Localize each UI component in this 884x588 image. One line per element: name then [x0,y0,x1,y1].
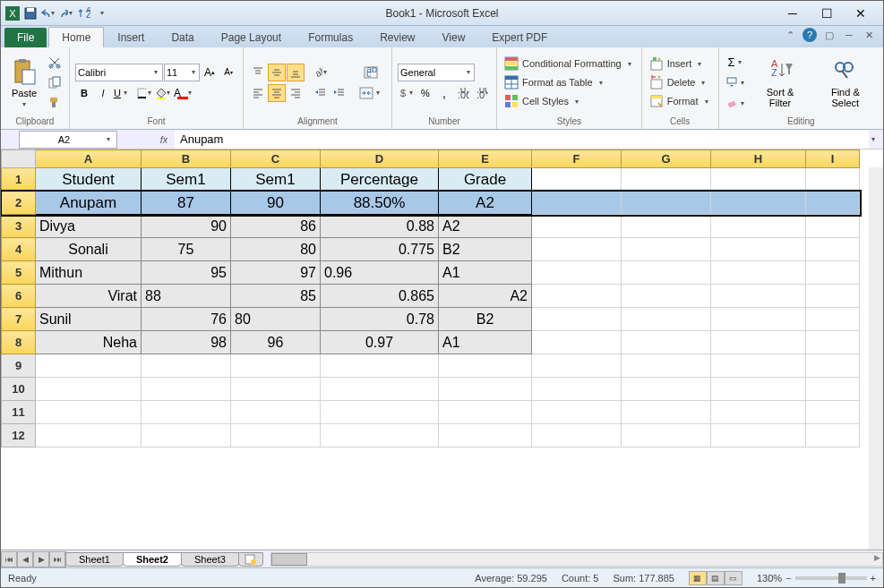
row-header[interactable]: 12 [2,424,36,447]
data-cell[interactable]: A2 [439,215,532,238]
qat-customize-icon[interactable]: ▾ [94,5,110,21]
cell-styles-button[interactable]: Cell Styles▾ [502,93,636,109]
table-header-cell[interactable]: Grade [439,168,532,192]
sort-asc-icon[interactable]: AZ [76,5,92,21]
insert-cells-button[interactable]: Insert▾ [648,55,713,72]
cell[interactable] [622,308,711,331]
column-header[interactable]: A [36,150,142,168]
column-header[interactable]: C [231,150,321,168]
selected-cell[interactable]: 88.50% [321,192,439,215]
data-cell[interactable]: A1 [439,331,532,354]
formula-input[interactable] [175,131,869,149]
column-header[interactable]: D [321,150,439,168]
align-left-icon[interactable] [249,84,267,102]
data-cell[interactable]: B2 [439,238,532,261]
file-tab[interactable]: File [4,28,47,47]
conditional-formatting-button[interactable]: Conditional Formatting▾ [502,55,636,72]
align-middle-icon[interactable] [268,64,286,81]
table-header-cell[interactable]: Sem1 [142,168,231,192]
workbook-minimize-icon[interactable]: ─ [842,28,856,42]
cell[interactable] [711,192,806,215]
name-box[interactable]: ▾ [19,131,117,149]
cell[interactable] [36,354,142,378]
zoom-out-icon[interactable]: − [785,573,791,584]
increase-decimal-icon[interactable]: .0.00 [454,84,472,102]
row-header[interactable]: 10 [2,378,36,401]
cell[interactable] [622,261,711,285]
cell[interactable] [806,331,860,354]
window-restore-icon[interactable]: ▢ [822,28,837,42]
cell[interactable] [532,168,622,192]
data-cell[interactable]: Mithun [36,261,142,285]
format-as-table-button[interactable]: Format as Table▾ [502,74,636,90]
format-painter-icon[interactable] [46,93,64,111]
cell[interactable] [622,168,711,192]
row-header[interactable]: 5 [2,261,36,285]
row-header[interactable]: 9 [2,354,36,378]
column-header[interactable]: B [142,150,231,168]
cell[interactable] [622,424,711,447]
sort-filter-button[interactable]: AZ Sort & Filter [751,55,810,110]
undo-icon[interactable]: ▾ [40,5,56,21]
minimize-ribbon-icon[interactable]: ⌃ [783,28,797,42]
align-top-icon[interactable] [249,64,267,81]
cell[interactable] [622,354,711,378]
cell[interactable] [532,285,622,308]
cell[interactable] [711,285,806,308]
data-cell[interactable]: Virat [36,285,142,308]
sheet-nav-prev-icon[interactable]: ◀ [17,551,33,567]
maximize-button[interactable]: ☐ [813,4,840,22]
data-cell[interactable]: 96 [231,331,321,354]
cell[interactable] [806,261,860,285]
tab-review[interactable]: Review [366,27,428,47]
cell[interactable] [532,331,622,354]
data-cell[interactable]: Sonali [36,238,142,261]
cell[interactable] [321,401,439,424]
data-cell[interactable]: 90 [142,215,231,238]
data-cell[interactable]: 0.97 [321,331,439,354]
cell[interactable] [806,401,860,424]
row-header[interactable]: 8 [2,331,36,354]
cell[interactable] [142,354,231,378]
tab-insert[interactable]: Insert [104,27,158,47]
number-format-combo[interactable]: ▾ [398,64,475,81]
tab-expert-pdf[interactable]: Expert PDF [478,27,561,47]
table-header-cell[interactable]: Student [36,168,142,192]
wrap-text-icon[interactable]: abc [356,64,386,81]
cell[interactable] [806,354,860,378]
cell[interactable] [142,401,231,424]
paste-button[interactable]: Paste ▾ [6,55,42,110]
cell[interactable] [142,424,231,447]
cell[interactable] [622,378,711,401]
cell[interactable] [231,424,321,447]
underline-button[interactable]: U▾ [113,84,131,102]
cell[interactable] [622,285,711,308]
row-header[interactable]: 7 [2,308,36,331]
cell[interactable] [532,424,622,447]
zoom-slider[interactable] [795,576,867,580]
table-header-cell[interactable]: Percentage [321,168,439,192]
cell[interactable] [806,215,860,238]
align-right-icon[interactable] [287,84,305,102]
data-cell[interactable]: 98 [142,331,231,354]
cell[interactable] [36,378,142,401]
spreadsheet-grid[interactable]: ABCDEFGHI1StudentSem1Sem1PercentageGrade… [1,149,860,447]
selected-cell[interactable]: 87 [142,192,231,215]
table-header-cell[interactable]: Sem1 [231,168,321,192]
data-cell[interactable]: Sunil [36,308,142,331]
close-button[interactable]: ✕ [847,4,874,22]
cell[interactable] [231,354,321,378]
tab-data[interactable]: Data [158,27,207,47]
cell[interactable] [711,308,806,331]
new-sheet-icon[interactable] [238,552,263,567]
find-select-button[interactable]: Find & Select [813,55,878,110]
sheet-nav-last-icon[interactable]: ⏭ [49,551,65,567]
decrease-indent-icon[interactable] [312,84,330,102]
cell[interactable] [806,168,860,192]
cell[interactable] [711,331,806,354]
cell[interactable] [711,401,806,424]
cell[interactable] [532,238,622,261]
data-cell[interactable]: 88 [142,285,231,308]
italic-button[interactable]: I [94,84,112,102]
align-bottom-icon[interactable] [287,64,305,81]
